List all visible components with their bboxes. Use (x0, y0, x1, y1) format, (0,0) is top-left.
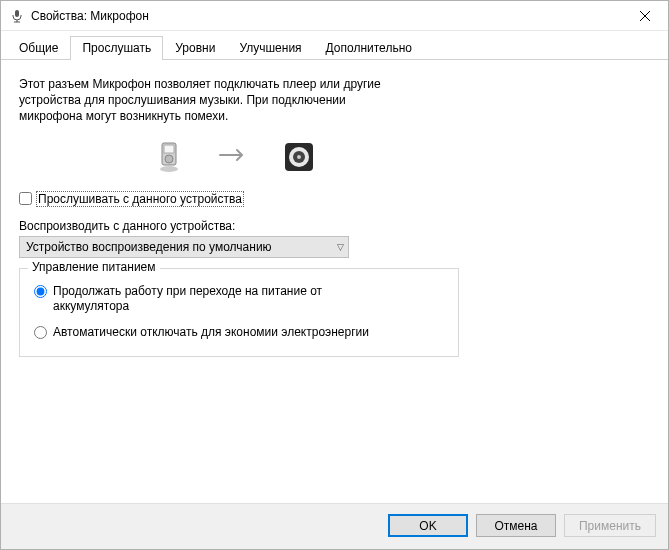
properties-window: Свойства: Микрофон Общие Прослушать Уров… (0, 0, 669, 550)
playback-device-label: Воспроизводить с данного устройства: (19, 219, 650, 233)
arrow-icon (219, 145, 249, 168)
power-management-title: Управление питанием (28, 260, 160, 274)
close-button[interactable] (622, 1, 668, 31)
svg-rect-6 (164, 145, 174, 153)
device-illustration (19, 139, 449, 175)
microphone-icon (9, 8, 25, 24)
tab-levels[interactable]: Уровни (163, 36, 227, 60)
radio-continue[interactable] (34, 285, 47, 298)
window-title: Свойства: Микрофон (31, 9, 622, 23)
description-text: Этот разъем Микрофон позволяет подключат… (19, 76, 449, 125)
player-device-icon (151, 139, 187, 175)
radio-row-auto-off: Автоматически отключать для экономии эле… (34, 325, 444, 341)
tab-general[interactable]: Общие (7, 36, 70, 60)
radio-continue-label[interactable]: Продолжать работу при переходе на питани… (53, 284, 393, 315)
playback-device-selected: Устройство воспроизведения по умолчанию (26, 240, 272, 254)
tab-listen[interactable]: Прослушать (70, 36, 163, 60)
cancel-button[interactable]: Отмена (476, 514, 556, 537)
listen-checkbox[interactable] (19, 192, 32, 205)
tab-bar: Общие Прослушать Уровни Улучшения Дополн… (1, 31, 668, 60)
svg-rect-0 (15, 10, 19, 17)
titlebar: Свойства: Микрофон (1, 1, 668, 31)
svg-point-7 (165, 155, 173, 163)
radio-auto-off[interactable] (34, 326, 47, 339)
tab-enhancements[interactable]: Улучшения (227, 36, 313, 60)
speaker-device-icon (281, 139, 317, 175)
tab-advanced[interactable]: Дополнительно (314, 36, 424, 60)
radio-row-continue: Продолжать работу при переходе на питани… (34, 284, 444, 315)
listen-checkbox-label[interactable]: Прослушивать с данного устройства (36, 191, 244, 207)
power-management-group: Управление питанием Продолжать работу пр… (19, 268, 459, 358)
ok-button[interactable]: OK (388, 514, 468, 537)
playback-device-select[interactable]: Устройство воспроизведения по умолчанию … (19, 236, 349, 258)
tab-content: Этот разъем Микрофон позволяет подключат… (1, 60, 668, 503)
radio-auto-off-label[interactable]: Автоматически отключать для экономии эле… (53, 325, 369, 341)
button-bar: OK Отмена Применить (1, 503, 668, 549)
svg-point-12 (297, 155, 301, 159)
listen-checkbox-row: Прослушивать с данного устройства (19, 191, 650, 207)
apply-button[interactable]: Применить (564, 514, 656, 537)
svg-point-8 (160, 166, 178, 172)
chevron-down-icon: ▽ (337, 242, 344, 252)
